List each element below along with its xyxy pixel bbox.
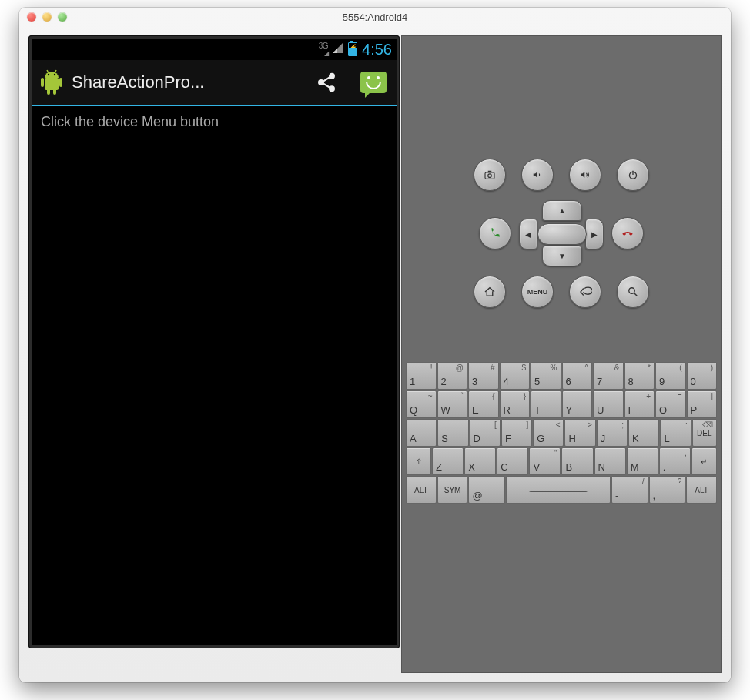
emulator-side-panel: ▲ ▼ ◀ ▶ MENU — [401, 35, 722, 673]
key-8[interactable]: 8* — [624, 362, 655, 390]
key-h[interactable]: H> — [564, 419, 595, 447]
key-s[interactable]: S — [437, 419, 468, 447]
key-main-label: Q — [410, 404, 417, 416]
key-.[interactable]: ., — [659, 447, 691, 475]
key-t[interactable]: T- — [531, 390, 561, 418]
key-main-label: @ — [472, 490, 482, 501]
key-main-label: ALT — [414, 486, 428, 494]
key-alt-label: | — [711, 392, 713, 400]
key-3[interactable]: 3# — [468, 362, 499, 390]
key-alt[interactable]: ALT — [406, 476, 437, 504]
key-w[interactable]: W` — [437, 390, 468, 418]
key-main-label: Z — [436, 461, 442, 473]
key--[interactable]: -/ — [611, 476, 648, 504]
key-main-label: D — [474, 433, 480, 444]
key-main-label: C — [501, 461, 507, 473]
power-button[interactable] — [617, 159, 649, 191]
key-r[interactable]: R} — [500, 390, 531, 418]
key-p[interactable]: P| — [687, 390, 718, 418]
home-button[interactable] — [474, 276, 506, 308]
key-main-label: DEL — [697, 429, 711, 437]
key-4[interactable]: 4$ — [500, 362, 531, 390]
key-b[interactable]: B — [561, 447, 593, 475]
key-main-label: T — [534, 404, 541, 416]
key-⇧[interactable]: ⇧ — [406, 447, 431, 475]
action-bar: ShareActionPro... — [32, 60, 397, 106]
key-del[interactable]: DEL⌫ — [692, 419, 717, 447]
key-main-label: N — [598, 461, 605, 473]
key-x[interactable]: X — [464, 447, 496, 475]
key-i[interactable]: I+ — [624, 390, 655, 418]
key-u[interactable]: U_ — [593, 390, 624, 418]
camera-button[interactable] — [474, 159, 506, 191]
dpad-right-button[interactable]: ▶ — [585, 219, 604, 250]
search-icon — [626, 285, 640, 299]
svg-rect-2 — [45, 78, 59, 90]
key-alt-label: ) — [711, 363, 713, 372]
key-main-label: F — [505, 433, 511, 444]
key-a[interactable]: A — [406, 419, 437, 447]
key-v[interactable]: V" — [529, 447, 561, 475]
svg-marker-1 — [333, 49, 337, 53]
key-5[interactable]: 5% — [531, 362, 561, 390]
key-e[interactable]: E{ — [468, 390, 499, 418]
key-z[interactable]: Z — [432, 447, 464, 475]
key-alt-label: ! — [430, 363, 433, 372]
camera-icon — [483, 168, 497, 182]
svg-point-9 — [48, 74, 49, 75]
key-j[interactable]: J; — [597, 419, 628, 447]
network-3g-icon: 3G ◢ — [319, 42, 328, 57]
key-o[interactable]: O= — [655, 390, 686, 418]
dpad-center-button[interactable] — [537, 223, 587, 245]
key-n[interactable]: N — [594, 447, 626, 475]
end-call-button[interactable] — [611, 217, 644, 250]
key-6[interactable]: 6^ — [562, 362, 593, 390]
key-alt[interactable]: ALT — [686, 476, 717, 504]
key-y[interactable]: Y — [562, 390, 593, 418]
volume-up-button[interactable] — [569, 159, 601, 191]
keyboard-row: ALTSYM@-/,?ALT — [406, 476, 717, 504]
back-button[interactable] — [569, 276, 601, 308]
key-1[interactable]: 1! — [406, 362, 437, 390]
key-0[interactable]: 0) — [687, 362, 718, 390]
key-7[interactable]: 7& — [593, 362, 624, 390]
share-button[interactable] — [303, 60, 350, 105]
svg-line-15 — [323, 83, 330, 88]
dpad-down-button[interactable]: ▼ — [542, 246, 582, 266]
key-main-label: U — [597, 404, 604, 416]
call-button[interactable] — [479, 217, 511, 250]
key-q[interactable]: Q~ — [406, 390, 437, 418]
hardware-keyboard: 1!2@3#4$5%6^7&8*9(0)Q~W`E{R}T-YU_I+O=P|A… — [406, 362, 717, 504]
svg-line-14 — [323, 77, 330, 82]
messaging-app-button[interactable] — [350, 60, 397, 105]
key-,[interactable]: ,? — [649, 476, 686, 504]
key-main-label: 7 — [597, 376, 602, 387]
menu-button[interactable]: MENU — [521, 276, 554, 308]
battery-icon: ⚡ — [348, 42, 357, 56]
keyboard-row: Q~W`E{R}T-YU_I+O=P| — [406, 390, 717, 418]
dpad-up-button[interactable]: ▲ — [542, 200, 582, 221]
search-button[interactable] — [617, 276, 649, 308]
key-f[interactable]: F] — [501, 419, 532, 447]
key-alt-label: & — [614, 363, 620, 372]
key-sym[interactable]: SYM — [437, 476, 468, 504]
key-↵[interactable]: ↵ — [691, 447, 717, 475]
key-c[interactable]: C' — [497, 447, 528, 475]
device-screen[interactable]: 3G ◢ ⚡ 4:56 — [32, 39, 397, 645]
key-l[interactable]: L: — [660, 419, 691, 447]
key-main-label: 4 — [504, 376, 509, 387]
key-g[interactable]: G< — [533, 419, 564, 447]
dpad-left-button[interactable]: ◀ — [519, 219, 537, 250]
key-space[interactable] — [506, 476, 611, 504]
key-alt-label: $ — [521, 363, 526, 372]
key-main-label: ↵ — [701, 457, 707, 466]
key-m[interactable]: M — [627, 447, 658, 475]
key-k[interactable]: K — [628, 419, 659, 447]
key-2[interactable]: 2@ — [437, 362, 468, 390]
keyboard-row: ASD[F]G<H>J;KL:DEL⌫ — [406, 419, 717, 447]
key-9[interactable]: 9( — [655, 362, 686, 390]
titlebar: 5554:Android4 — [19, 8, 731, 26]
key-@[interactable]: @ — [468, 476, 505, 504]
volume-down-button[interactable] — [521, 159, 554, 191]
key-d[interactable]: D[ — [470, 419, 501, 447]
